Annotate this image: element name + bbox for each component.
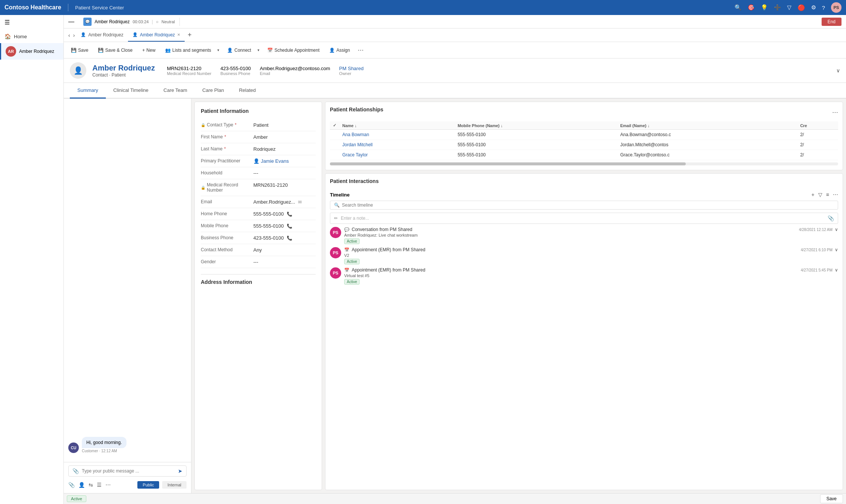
patient-email-value: Amber.Rodriguez@contoso.com	[260, 66, 330, 71]
field-mrn: 🔒 Medical Record Number MRN2631-2120	[201, 179, 316, 196]
assign-button[interactable]: 👤 Assign	[325, 45, 354, 56]
field-value-first-name: Amber	[253, 134, 268, 140]
chat-toolbar-attach-icon[interactable]: 📎	[68, 482, 75, 488]
row-name[interactable]: Jordan Mitchell	[339, 140, 455, 150]
note-attach-icon[interactable]: 📎	[828, 215, 834, 221]
field-household: Household ---	[201, 167, 316, 179]
tab-nav-fwd[interactable]: ›	[72, 32, 77, 38]
patient-relationships-panel: Patient Relationships ⋯ ✓ Name ↓ Mobile …	[325, 102, 843, 170]
ti-expand-icon[interactable]: ∨	[835, 247, 838, 252]
business-phone-action-icon[interactable]: 📞	[287, 236, 292, 241]
patient-owner-value[interactable]: PM Shared	[339, 66, 364, 71]
chat-send-icon[interactable]: ➤	[178, 468, 182, 474]
tab-nav-back[interactable]: ‹	[67, 32, 72, 38]
note-edit-icon: ✏	[334, 216, 338, 221]
patient-info-panel: Patient Information 🔒 Contact Type * Pat…	[194, 102, 322, 490]
target-icon[interactable]: 🎯	[748, 4, 755, 11]
table-row: Jordan Mitchell 555-555-0100 Jordan.Mitc…	[330, 140, 838, 150]
relationships-more-icon[interactable]: ⋯	[832, 109, 838, 116]
schedule-button[interactable]: 📅 Schedule Appointment	[263, 45, 324, 56]
user-avatar[interactable]: PS	[831, 2, 841, 13]
new-button[interactable]: + New	[138, 45, 160, 56]
tab-close-icon[interactable]: ✕	[177, 33, 180, 37]
settings-icon[interactable]: ⚙	[811, 4, 816, 11]
sidebar-item-home[interactable]: 🏠 Home	[0, 30, 63, 43]
sidebar-toggle[interactable]: ☰	[0, 15, 63, 30]
minimize-icon[interactable]: —	[64, 18, 79, 25]
save-close-label: Save & Close	[105, 48, 132, 53]
plus-icon[interactable]: ➕	[774, 4, 781, 11]
chat-tab-internal[interactable]: Internal	[162, 481, 187, 489]
tab-care-team[interactable]: Care Team	[156, 83, 195, 99]
timeline-more-icon[interactable]: ⋯	[833, 192, 838, 198]
help-icon[interactable]: ?	[822, 4, 825, 11]
chat-sender-avatar: CU	[68, 442, 79, 453]
chat-toolbar-more-icon[interactable]: ⋯	[105, 482, 111, 488]
field-home-phone-group: 555-555-0100 📞	[253, 211, 292, 217]
timeline-item: PS 📅 Appointment (EMR) from PM Shared 4/…	[330, 247, 838, 264]
chat-bubble: Hi, good morning.	[82, 437, 126, 448]
search-icon[interactable]: 🔍	[735, 4, 742, 11]
ti-body: Virtual test #5	[344, 273, 838, 278]
ti-avatar: PS	[330, 247, 341, 258]
row-name[interactable]: Grace Taylor	[339, 150, 455, 160]
timeline-search-input[interactable]	[342, 202, 834, 208]
connect-button[interactable]: 👤 Connect	[223, 45, 255, 56]
timeline-filter-icon[interactable]: ▽	[818, 192, 822, 198]
tab-amber-rodriquez-2[interactable]: 👤 Amber Rodriquez ✕	[128, 28, 185, 42]
timeline-list-icon[interactable]: ≡	[826, 192, 829, 198]
chat-tab-public[interactable]: Public	[137, 481, 159, 489]
sidebar-contact[interactable]: AR Amber Rodriquez	[0, 43, 63, 60]
timeline-add-icon[interactable]: +	[811, 192, 814, 198]
home-icon: 🏠	[5, 33, 11, 39]
ti-expand-icon[interactable]: ∨	[835, 267, 838, 273]
calendar-icon: 📅	[267, 48, 273, 53]
mobile-phone-action-icon[interactable]: 📞	[287, 224, 292, 229]
patient-owner-label: Owner	[339, 71, 364, 76]
row-name[interactable]: Ana Bowman	[339, 130, 455, 140]
chat-toolbar-person-icon[interactable]: 👤	[78, 482, 85, 488]
patient-email-field: Amber.Rodriguez@contoso.com Email	[260, 66, 330, 76]
bottom-save-button[interactable]: Save	[820, 494, 843, 503]
header-expand-icon[interactable]: ∨	[836, 68, 840, 74]
lists-segments-dropdown[interactable]: ▾	[215, 46, 221, 54]
relationships-scrollbar[interactable]	[330, 162, 838, 165]
connect-dropdown[interactable]: ▾	[255, 46, 262, 54]
end-call-button[interactable]: End	[822, 18, 841, 26]
chat-toolbar-transfer-icon[interactable]: ⇆	[89, 482, 93, 488]
patient-owner-field: PM Shared Owner	[339, 66, 364, 76]
ti-expand-icon[interactable]: ∨	[835, 227, 838, 232]
new-label: New	[146, 48, 155, 53]
tab-label-2: Amber Rodriquez	[140, 32, 175, 38]
lightbulb-icon[interactable]: 💡	[761, 4, 768, 11]
lists-segments-button[interactable]: 👥 Lists and segments	[161, 45, 215, 56]
field-value-practitioner[interactable]: 👤 Jamie Evans	[253, 158, 289, 164]
field-value-contact-type: Patient	[253, 122, 268, 128]
tab-related[interactable]: Related	[232, 83, 263, 99]
more-actions-icon[interactable]: ⋯	[355, 44, 366, 56]
patient-phone-field: 423-555-0100 Business Phone	[220, 66, 251, 76]
note-placeholder-text[interactable]: Enter a note...	[341, 216, 828, 221]
chat-attach-icon[interactable]: 📎	[72, 468, 79, 474]
field-label-first-name: First Name *	[201, 134, 253, 140]
tab-amber-rodriquez-1[interactable]: 👤 Amber Rodriquez	[76, 28, 128, 42]
ti-avatar: PS	[330, 267, 341, 279]
email-action-icon[interactable]: ✉	[298, 200, 302, 205]
notification-icon[interactable]: 🔴	[798, 4, 805, 11]
patient-subtitle: Contact · Patient	[92, 72, 155, 78]
tab-clinical-timeline[interactable]: Clinical Timeline	[106, 83, 156, 99]
relationships-scroll-thumb	[330, 162, 686, 165]
save-close-button[interactable]: 💾 Save & Close	[94, 45, 137, 56]
top-bar-icons: 🔍 🎯 💡 ➕ ▽ 🔴 ⚙ ? PS	[735, 2, 841, 13]
row-date: 2/	[797, 140, 838, 150]
tab-care-plan[interactable]: Care Plan	[195, 83, 232, 99]
tab-summary[interactable]: Summary	[70, 83, 106, 99]
save-button[interactable]: 💾 Save	[67, 45, 92, 56]
ti-status-badge: Active	[344, 279, 360, 285]
chat-toolbar-notes-icon[interactable]: ☰	[97, 482, 102, 488]
home-phone-action-icon[interactable]: 📞	[287, 212, 292, 217]
filter-icon[interactable]: ▽	[787, 4, 792, 11]
tab-add-icon[interactable]: +	[185, 31, 195, 39]
col-name: Name ↓	[339, 122, 455, 130]
chat-input[interactable]	[82, 468, 175, 474]
